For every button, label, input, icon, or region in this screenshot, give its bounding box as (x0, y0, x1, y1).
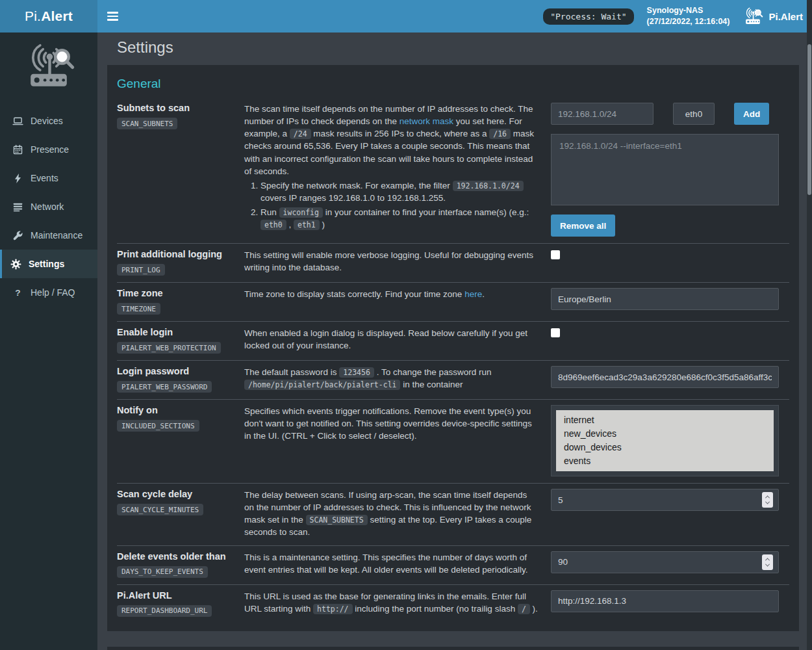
setting-key-badge: TIMEZONE (117, 303, 160, 315)
multiselect-option[interactable]: new_devices (556, 427, 774, 441)
setting-checkbox[interactable] (551, 328, 560, 337)
inline-code: /home/pi/pialert/back/pialert-cli (244, 380, 400, 390)
subnet-input-row: Add (551, 103, 779, 125)
setting-text-input[interactable] (551, 590, 779, 612)
settings-row-enable-login: Enable loginPIALERT_WEB_PROTECTIONWhen e… (117, 321, 789, 360)
sidebar-menu: DevicesPresenceEventsNetworkMaintenanceS… (0, 107, 97, 307)
network-icon (12, 201, 23, 213)
sidebar-item-help-faq[interactable]: ?Help / FAQ (0, 278, 97, 307)
navbar-right: "Process: Wait" Synology-NAS (27/12/2022… (543, 0, 812, 32)
setting-control-cell: internetnew_devicesdown_devicesevents (551, 405, 779, 476)
sidebar-item-label: Events (31, 173, 58, 183)
setting-key-badge: DAYS_TO_KEEP_EVENTS (117, 566, 208, 578)
setting-text-input[interactable] (551, 366, 779, 388)
setting-label: Subnets to scan (117, 103, 244, 113)
setting-label: Enable login (117, 327, 244, 337)
inline-code: SCAN_SUBNETS (306, 515, 368, 525)
inline-code: eth1 (294, 220, 320, 230)
question-icon: ? (12, 287, 23, 298)
setting-number-input[interactable] (551, 489, 779, 511)
svg-text:?: ? (15, 288, 20, 298)
sidebar-item-settings[interactable]: Settings (0, 250, 97, 278)
setting-text-input[interactable] (551, 288, 779, 310)
subnet-listbox[interactable]: 192.168.1.0/24 --interface=eth1 (551, 134, 779, 205)
brand-suffix: Alert (41, 8, 73, 24)
section-heading: General (117, 77, 789, 91)
hamburger-menu-icon[interactable] (97, 0, 128, 32)
inline-link[interactable]: here (464, 289, 482, 299)
setting-label: Delete events older than (117, 551, 244, 562)
inline-code: /16 (489, 129, 511, 139)
inline-code: / (518, 604, 530, 614)
bolt-icon (12, 172, 23, 184)
setting-label: Notify on (117, 405, 244, 415)
sidebar-item-maintenance[interactable]: Maintenance (0, 221, 97, 250)
scrollbar[interactable] (807, 0, 812, 650)
subnet-mask-input[interactable] (551, 103, 653, 125)
navbar-brand[interactable]: Pi.Alert (742, 7, 803, 25)
inline-code: 123456 (339, 367, 374, 378)
setting-label: Pi.Alert URL (117, 590, 244, 601)
setting-control-cell (551, 366, 779, 393)
inline-code: eth0 (260, 220, 286, 230)
multiselect-list[interactable]: internetnew_devicesdown_devicesevents (556, 410, 774, 471)
setting-label-cell: Notify onINCLUDED_SECTIONS (117, 405, 244, 476)
spinner-down-icon[interactable] (765, 500, 770, 504)
sidebar-item-label: Presence (31, 144, 69, 155)
gear-icon (10, 258, 21, 270)
settings-row-time-zone: Time zoneTIMEZONETime zone to display st… (117, 282, 789, 321)
calendar-icon (12, 144, 23, 155)
host-info: Synology-NAS (27/12/2022, 12:16:04) (647, 5, 730, 28)
settings-row-delete-events-older-than: Delete events older thanDAYS_TO_KEEP_EVE… (117, 545, 789, 584)
sidebar-item-label: Settings (29, 259, 64, 269)
subnet-entry[interactable]: 192.168.1.0/24 --interface=eth1 (559, 141, 770, 151)
setting-label: Login password (117, 366, 244, 376)
sidebar-item-label: Help / FAQ (31, 287, 75, 298)
sidebar-item-events[interactable]: Events (0, 164, 97, 192)
number-spinner[interactable] (762, 554, 773, 570)
setting-control-cell (551, 551, 779, 578)
setting-key-badge: INCLUDED_SECTIONS (117, 420, 199, 432)
setting-checkbox[interactable] (551, 250, 560, 259)
brand-logo[interactable]: Pi.Alert (0, 0, 97, 32)
navbar-brand-label: Pi.Alert (768, 11, 803, 22)
inline-code: http:// (313, 604, 352, 614)
setting-label: Scan cycle delay (117, 489, 244, 499)
setting-description: This URL is used as the base for generat… (244, 590, 551, 617)
setting-label-cell: Pi.Alert URLREPORT_DASHBOARD_URL (117, 590, 244, 617)
pialert-logo (0, 32, 97, 107)
multiselect-option[interactable]: down_devices (556, 441, 774, 454)
setting-description: Specifies which events trigger notificat… (244, 405, 551, 476)
settings-row-subnets-to-scan: Subnets to scanSCAN_SUBNETSThe scan time… (117, 98, 789, 243)
settings-row-scan-cycle-delay: Scan cycle delaySCAN_CYCLE_MINUTESThe de… (117, 483, 789, 545)
setting-label-cell: Subnets to scanSCAN_SUBNETS (117, 103, 244, 237)
multiselect-option[interactable]: internet (556, 413, 774, 427)
multiselect-option[interactable]: events (556, 454, 774, 468)
setting-label: Time zone (117, 288, 244, 298)
number-spinner[interactable] (762, 492, 773, 508)
setting-description: Time zone to display stats correctly. Fi… (244, 288, 551, 315)
setting-description: The scan time itself depends on the numb… (244, 103, 551, 237)
settings-row-notify-on: Notify onINCLUDED_SECTIONSSpecifies whic… (117, 399, 789, 483)
sidebar: DevicesPresenceEventsNetworkMaintenanceS… (0, 32, 97, 650)
interface-input[interactable] (673, 103, 715, 125)
spinner-down-icon[interactable] (765, 562, 770, 566)
setting-control-cell (551, 590, 779, 617)
inline-link[interactable]: network mask (400, 116, 453, 126)
inline-code: 192.168.1.0/24 (453, 181, 524, 191)
sidebar-item-network[interactable]: Network (0, 192, 97, 221)
setting-control-cell (551, 249, 779, 276)
setting-number-input-wrap (551, 551, 779, 573)
setting-control-cell (551, 288, 779, 315)
sidebar-item-presence[interactable]: Presence (0, 135, 97, 164)
setting-key-badge: REPORT_DASHBOARD_URL (117, 605, 212, 617)
setting-number-input[interactable] (551, 551, 779, 573)
sidebar-item-devices[interactable]: Devices (0, 107, 97, 135)
setting-description: The default password is 123456 . To chan… (244, 366, 551, 393)
sidebar-item-label: Maintenance (31, 230, 82, 240)
add-subnet-button[interactable]: Add (734, 103, 769, 125)
scrollbar-thumb[interactable] (807, 44, 811, 195)
panel-email: EmailEnable emailIf enabled an email is … (107, 647, 799, 650)
remove-all-button[interactable]: Remove all (551, 214, 615, 237)
settings-row-pi-alert-url: Pi.Alert URLREPORT_DASHBOARD_URLThis URL… (117, 584, 789, 623)
